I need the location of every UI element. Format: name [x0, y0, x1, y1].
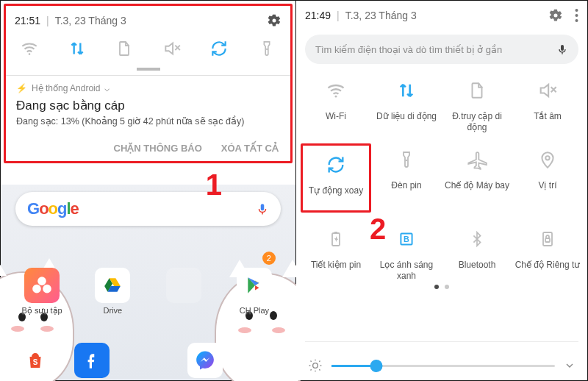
chevron-down-icon[interactable] — [564, 360, 576, 371]
bluetooth-tile[interactable]: Bluetooth — [442, 223, 512, 282]
voice-icon[interactable] — [556, 42, 568, 57]
gear-icon[interactable] — [548, 8, 563, 23]
voice-search-icon[interactable] — [256, 202, 269, 216]
auto-rotate-tile[interactable]: Tự động xoay — [301, 143, 371, 213]
wifi-icon[interactable] — [16, 35, 43, 62]
svg-point-4 — [576, 14, 578, 17]
finder-search[interactable]: Tìm kiếm điện thoại và dò tìm thiết bị ở… — [305, 35, 578, 64]
clear-all-button[interactable]: XÓA TẤT CẢ — [221, 143, 279, 154]
dock-app-5-icon[interactable] — [244, 343, 279, 378]
dock: S — [1, 335, 295, 381]
rotate-icon — [320, 149, 352, 181]
flash-icon — [390, 143, 423, 176]
battery-saver-tile[interactable]: Tiết kiệm pin — [301, 223, 371, 282]
svg-text:B: B — [404, 235, 409, 243]
quick-settings-row — [6, 35, 290, 68]
flashlight-tile[interactable]: Đèn pin — [371, 143, 442, 213]
svg-point-14 — [313, 363, 318, 368]
status-date: T.3, 23 Tháng 3 — [55, 15, 126, 26]
play-store-app[interactable]: 2 CH Play — [229, 268, 280, 316]
status-bar: 21:51 | T.3, 23 Tháng 3 — [6, 6, 290, 35]
messenger-app-icon[interactable] — [187, 343, 223, 378]
location-tile[interactable]: Vị trí — [512, 143, 583, 213]
tile-label: Wi-Fi — [326, 111, 346, 133]
svg-point-5 — [576, 19, 578, 22]
block-notification-button[interactable]: CHẶN THÔNG BÁO — [114, 143, 202, 154]
right-panel-quick-settings: 21:49 | T.3, 23 Tháng 3 Tìm kiếm điện th… — [296, 1, 587, 380]
tile-label: Dữ liệu di động — [376, 111, 437, 133]
badge: 2 — [262, 252, 276, 265]
mobile-data-icon[interactable] — [64, 35, 90, 62]
mute-tile[interactable]: Tắt âm — [512, 74, 583, 133]
shopee-app-icon[interactable]: S — [18, 343, 53, 378]
bolt-icon: ⚡ — [16, 83, 27, 93]
drive-app[interactable]: Drive — [87, 268, 138, 316]
private-mode-tile[interactable]: Chế độ Riêng tư — [512, 223, 583, 282]
svg-rect-13 — [545, 238, 550, 242]
status-date: T.3, 23 Tháng 3 — [345, 10, 417, 21]
separator: | — [46, 15, 49, 26]
tile-label: Chế độ Riêng tư — [515, 260, 581, 282]
drag-handle-icon[interactable] — [137, 68, 160, 71]
svg-point-1 — [266, 49, 268, 50]
google-search-bar[interactable]: Google — [15, 192, 281, 226]
bt-icon — [461, 223, 493, 255]
brightness-slider[interactable] — [331, 365, 555, 367]
gear-icon[interactable] — [267, 13, 282, 28]
notification-body: Đang sạc: 13% (Khoảng 5 giờ 42 phút nữa … — [16, 115, 280, 127]
svg-point-3 — [576, 9, 578, 12]
brightness-icon — [308, 358, 323, 373]
facebook-app-icon[interactable] — [74, 343, 110, 378]
tile-label: Bluetooth — [459, 260, 496, 282]
clock-time: 21:49 — [305, 10, 331, 21]
notification-title: Đang sạc bằng cáp — [16, 98, 280, 113]
blue-icon: B — [390, 223, 423, 255]
chevron-down-icon[interactable]: ⌵ — [104, 83, 110, 93]
auto-rotate-icon[interactable] — [206, 35, 232, 62]
charging-notification[interactable]: ⚡ Hệ thống Android ⌵ Đang sạc bằng cáp Đ… — [6, 76, 290, 134]
data-saver-icon[interactable] — [111, 35, 137, 62]
airplane-tile[interactable]: Chế độ Máy bay — [442, 143, 512, 213]
brightness-slider-row — [296, 358, 587, 373]
tile-label: Tự động xoay — [309, 185, 363, 207]
tile-label: Đ.truy cập di động — [442, 111, 512, 133]
tile-label: Đèn pin — [391, 180, 421, 202]
app-drawer-icon[interactable] — [131, 343, 166, 378]
wifi-icon — [320, 74, 352, 107]
status-bar: 21:49 | T.3, 23 Tháng 3 — [296, 1, 587, 30]
svg-point-8 — [545, 156, 549, 160]
tile-label: Tắt âm — [534, 111, 562, 133]
more-icon[interactable] — [575, 9, 578, 22]
svg-rect-12 — [543, 232, 552, 246]
tutorial-image: 21:51 | T.3, 23 Tháng 3 ⚡ — [0, 0, 588, 381]
left-panel-notification-shade: 21:51 | T.3, 23 Tháng 3 ⚡ — [1, 1, 296, 380]
clock-time: 21:51 — [15, 15, 40, 26]
callout-marker-2: 2 — [370, 213, 386, 246]
plane-icon — [461, 143, 493, 176]
page-indicator — [296, 285, 587, 289]
data-saver-tile[interactable]: Đ.truy cập di động — [442, 74, 512, 133]
mute-icon — [531, 74, 564, 107]
notification-source: ⚡ Hệ thống Android ⌵ — [16, 83, 280, 93]
tile-label: Vị trí — [538, 180, 556, 202]
batt-icon — [320, 223, 352, 255]
app-row: Bộ sưu tập Drive 2 CH Play — [1, 268, 295, 316]
gallery-app[interactable]: Bộ sưu tập — [16, 268, 68, 316]
svg-point-6 — [335, 96, 337, 98]
loc-icon — [531, 143, 564, 176]
svg-point-7 — [406, 160, 407, 161]
wifi-tile[interactable]: Wi-Fi — [301, 74, 371, 133]
flashlight-icon[interactable] — [254, 35, 280, 62]
search-placeholder: Tìm kiếm điện thoại và dò tìm thiết bị ở… — [315, 44, 502, 55]
svg-text:S: S — [32, 358, 37, 366]
priv-icon — [531, 223, 564, 255]
google-logo-icon: Google — [27, 199, 79, 218]
notification-shade-highlighted: 21:51 | T.3, 23 Tháng 3 ⚡ — [4, 4, 293, 163]
mobile-data-tile[interactable]: Dữ liệu di động — [371, 74, 442, 133]
notification-actions: CHẶN THÔNG BÁO XÓA TẤT CẢ — [6, 134, 290, 161]
datasaver-icon — [461, 74, 493, 107]
mute-icon[interactable] — [159, 35, 185, 62]
app-3[interactable] — [158, 268, 209, 316]
tile-label: Tiết kiệm pin — [311, 260, 361, 282]
data-icon — [390, 74, 423, 107]
